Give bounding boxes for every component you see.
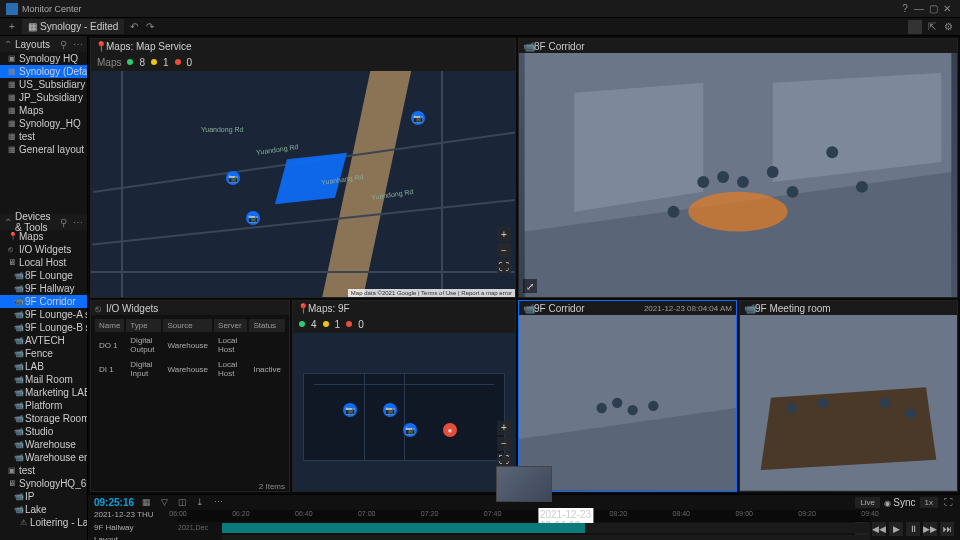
more-icon[interactable]: ⋯ xyxy=(212,496,224,508)
camera-9f-meeting-tile[interactable]: 📹 9F Meeting room xyxy=(739,300,958,492)
table-row[interactable]: DI 1Digital InputWarehouseLocal HostInac… xyxy=(95,358,285,380)
map-service-tile[interactable]: 📍 Maps: Map Service Maps 8 1 0 xyxy=(90,38,516,298)
tree-item[interactable]: ▣test xyxy=(0,464,87,477)
tree-item[interactable]: ▦Maps xyxy=(0,104,87,117)
tree-item[interactable]: 📍Maps xyxy=(0,230,87,243)
tree-item[interactable]: ⚠Loitering - Lake xyxy=(0,516,87,529)
tree-item[interactable]: 📹IP xyxy=(0,490,87,503)
tree-item[interactable]: 📹Marketing LAB xyxy=(0,386,87,399)
tree-item[interactable]: 📹LAB xyxy=(0,360,87,373)
collapse-icon[interactable]: ⌃ xyxy=(4,39,12,50)
column-header[interactable]: Name xyxy=(95,319,124,332)
zoom-out-button[interactable]: − xyxy=(497,437,511,451)
expand-icon[interactable]: ⤢ xyxy=(523,279,537,293)
floor-camera-marker[interactable]: 📷 xyxy=(343,403,357,417)
play-button[interactable]: ▶ xyxy=(889,522,903,536)
help-icon[interactable]: ? xyxy=(898,3,912,15)
column-header[interactable]: Status xyxy=(249,319,285,332)
tree-item[interactable]: ▦Synology_HQ xyxy=(0,117,87,130)
close-icon[interactable]: ✕ xyxy=(940,3,954,15)
tree-item[interactable]: 📹Warehouse entran... xyxy=(0,451,87,464)
zoom-in-button[interactable]: + xyxy=(497,421,511,435)
filter-icon[interactable]: ▽ xyxy=(158,496,170,508)
search-icon[interactable]: ⚲ xyxy=(60,217,70,228)
more-icon[interactable]: ⋯ xyxy=(73,39,83,50)
map-camera-marker[interactable]: 📷 xyxy=(411,111,425,125)
tree-item[interactable]: 📹Warehouse xyxy=(0,438,87,451)
zoom-out-button[interactable]: − xyxy=(497,243,511,257)
camera-8f-corridor-tile[interactable]: 📹 8F Corridor xyxy=(518,38,958,298)
bookmark-icon[interactable]: ◫ xyxy=(176,496,188,508)
tree-item[interactable]: 📹9F Lounge-A side xyxy=(0,308,87,321)
tree-item[interactable]: 📹Mail Room xyxy=(0,373,87,386)
tree-item[interactable]: ⎋I/O Widgets xyxy=(0,243,87,256)
tree-item[interactable]: 📹8F Lounge xyxy=(0,269,87,282)
tree-item[interactable]: 📹Platform xyxy=(0,399,87,412)
tree-item[interactable]: 📹9F Corridor xyxy=(0,295,87,308)
redo-icon[interactable]: ↷ xyxy=(144,21,156,33)
tree-item[interactable]: 📹Studio xyxy=(0,425,87,438)
camera-9f-corridor-tile[interactable]: 📹 9F Corridor 2021-12-23 08:04:04 AM xyxy=(518,300,737,492)
track[interactable] xyxy=(222,535,870,540)
tree-item[interactable]: 🖥SynologyHQ_6 xyxy=(0,477,87,490)
map-9f-tile[interactable]: 📍 Maps: 9F 4 1 0 xyxy=(292,300,516,492)
tree-item[interactable]: ▦General layout xyxy=(0,143,87,156)
search-icon[interactable]: ⚲ xyxy=(60,39,70,50)
map-camera-marker[interactable]: 📷 xyxy=(226,171,240,185)
timeline-row[interactable]: Layout xyxy=(88,534,960,540)
pause-button[interactable]: ⏸ xyxy=(906,522,920,536)
next-button[interactable]: ⏭ xyxy=(940,522,954,536)
tree-item[interactable]: ▦US_Subsidiary xyxy=(0,78,87,91)
column-header[interactable]: Source xyxy=(163,319,212,332)
tree-item[interactable]: ▦test xyxy=(0,130,87,143)
tree-item[interactable]: 📹9F Hallway xyxy=(0,282,87,295)
map-attribution[interactable]: Map data ©2021 Google | Terms of Use | R… xyxy=(348,289,515,297)
timeline-axis[interactable]: 06:0006:2006:4007:0007:2007:4008:0008:20… xyxy=(178,510,870,522)
rewind-button[interactable]: ◀◀ xyxy=(872,522,886,536)
fullscreen-icon[interactable]: ⛶ xyxy=(942,496,954,508)
settings-icon[interactable]: ⚙ xyxy=(942,21,954,33)
tree-item[interactable]: 📹9F Lounge-B side xyxy=(0,321,87,334)
io-widgets-tile[interactable]: ⎋ I/O Widgets NameTypeSourceServerStatus… xyxy=(90,300,290,492)
zoom-in-button[interactable]: + xyxy=(497,227,511,241)
tree-item[interactable]: 🖥Local Host xyxy=(0,256,87,269)
forward-button[interactable]: ▶▶ xyxy=(923,522,937,536)
floor-camera-marker-alert[interactable]: ● xyxy=(443,423,457,437)
tree-item[interactable]: ▣Synology HQ xyxy=(0,52,87,65)
undo-icon[interactable]: ↶ xyxy=(128,21,140,33)
tree-item[interactable]: 📹AVTECH xyxy=(0,334,87,347)
video-feed[interactable] xyxy=(740,315,957,491)
tree-item[interactable]: 📹Storage Room xyxy=(0,412,87,425)
minimize-icon[interactable]: — xyxy=(912,3,926,15)
floor-camera-marker[interactable]: 📷 xyxy=(383,403,397,417)
export-icon[interactable]: ⤓ xyxy=(194,496,206,508)
calendar-icon[interactable]: ▦ xyxy=(140,496,152,508)
add-tab-icon[interactable]: + xyxy=(6,21,18,33)
tree-item[interactable]: 📹Fence xyxy=(0,347,87,360)
table-row[interactable]: DO 1Digital OutputWarehouseLocal Host xyxy=(95,334,285,356)
map-canvas[interactable]: 📷 📷 📷 Yuandong Rd Yuandong Rd Yuanhang R… xyxy=(91,71,515,297)
speed-button[interactable]: 1x xyxy=(920,497,938,508)
column-header[interactable]: Server xyxy=(214,319,247,332)
video-feed[interactable] xyxy=(519,53,957,297)
video-feed[interactable] xyxy=(519,315,736,491)
maximize-icon[interactable]: ▢ xyxy=(926,3,940,15)
track[interactable] xyxy=(222,523,870,533)
tree-item[interactable]: ▦JP_Subsidiary xyxy=(0,91,87,104)
tree-item[interactable]: ▦Synology (Default) xyxy=(0,65,87,78)
tree-item[interactable]: 📹Lake xyxy=(0,503,87,516)
collapse-icon[interactable]: ⌃ xyxy=(4,217,12,228)
layout-tab[interactable]: ▦ Synology - Edited xyxy=(22,19,124,34)
app-menu-icon[interactable] xyxy=(908,20,922,34)
devices-panel-header[interactable]: ⌃ Devices & Tools ⚲ ⋯ xyxy=(0,214,87,230)
floor-camera-marker[interactable]: 📷 xyxy=(403,423,417,437)
link-icon[interactable]: ⇱ xyxy=(926,21,938,33)
map-camera-marker[interactable]: 📷 xyxy=(246,211,260,225)
more-icon[interactable]: ⋯ xyxy=(73,217,83,228)
floor-map[interactable]: 📷 📷 📷 ● + − ⛶ xyxy=(293,333,515,491)
timeline-row[interactable]: 9F Hallway2021.Dec xyxy=(88,522,960,534)
fullscreen-button[interactable]: ⛶ xyxy=(497,259,511,273)
live-button[interactable]: Live xyxy=(855,497,880,508)
fullscreen-button[interactable]: ⛶ xyxy=(497,453,511,467)
column-header[interactable]: Type xyxy=(126,319,161,332)
